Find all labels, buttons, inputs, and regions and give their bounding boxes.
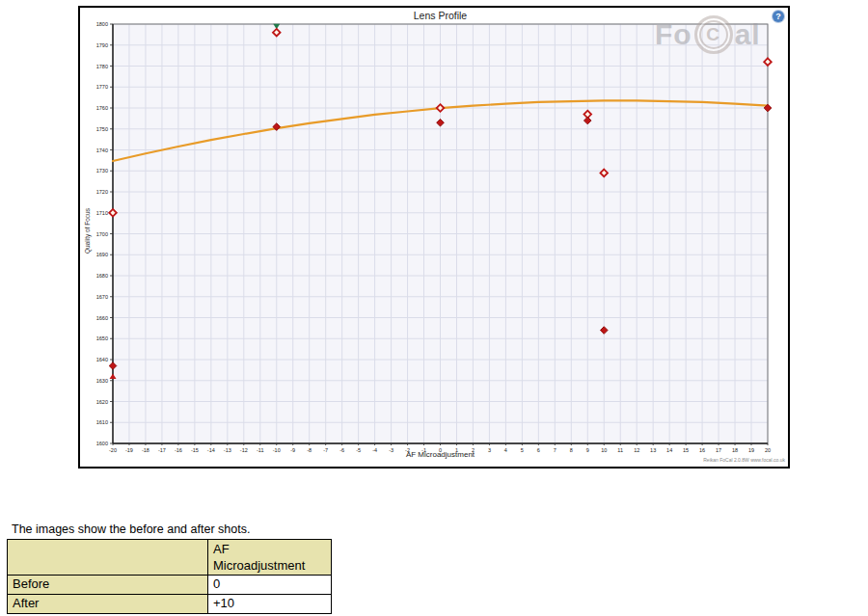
svg-text:1800: 1800 (96, 21, 108, 27)
svg-text:1730: 1730 (96, 168, 108, 174)
svg-text:1700: 1700 (96, 231, 108, 237)
help-icon[interactable]: ? (773, 11, 784, 22)
page: -20-19-18-17-16-15-14-13-12-11-10-9-8-7-… (0, 0, 868, 616)
svg-text:1660: 1660 (96, 315, 108, 321)
svg-text:1650: 1650 (96, 335, 108, 341)
svg-text:1710: 1710 (96, 210, 108, 216)
before-label-cell: Before (8, 576, 208, 595)
svg-text:1690: 1690 (96, 252, 108, 257)
x-axis-label: AF Microadjustment (113, 450, 768, 459)
after-label-cell: After (8, 595, 208, 614)
svg-text:1600: 1600 (96, 441, 108, 446)
caption-text: The images show the before and after sho… (12, 522, 332, 536)
help-glyph: ? (775, 12, 781, 21)
lens-profile-plot: -20-19-18-17-16-15-14-13-12-11-10-9-8-7-… (80, 8, 788, 467)
svg-text:1630: 1630 (96, 378, 108, 384)
svg-text:1670: 1670 (96, 294, 108, 300)
svg-text:1790: 1790 (96, 42, 108, 48)
svg-text:1610: 1610 (96, 419, 108, 425)
after-value-cell: +10 (208, 595, 332, 614)
table-row-after: After +10 (8, 595, 332, 614)
bottom-section: The images show the before and after sho… (0, 522, 332, 614)
focal-chart-window: -20-19-18-17-16-15-14-13-12-11-10-9-8-7-… (78, 6, 790, 469)
svg-text:1780: 1780 (96, 64, 108, 69)
before-after-table: AF Microadjustment Before 0 After +10 (7, 539, 332, 614)
header-empty-cell (8, 540, 208, 576)
svg-text:1680: 1680 (96, 273, 108, 279)
svg-text:1740: 1740 (96, 147, 108, 153)
table-row-before: Before 0 (8, 576, 332, 595)
svg-text:1620: 1620 (96, 399, 108, 405)
svg-text:1640: 1640 (96, 357, 108, 362)
table-header-row: AF Microadjustment (8, 540, 332, 576)
svg-text:1760: 1760 (96, 105, 108, 111)
header-af-microadjustment-cell: AF Microadjustment (208, 540, 332, 576)
chart-title: Lens Profile (113, 10, 768, 21)
svg-text:1720: 1720 (96, 189, 108, 195)
y-axis-label: Quality of Focus (84, 188, 91, 275)
svg-text:1770: 1770 (96, 84, 108, 90)
svg-text:1750: 1750 (96, 126, 108, 132)
footer-credit: Reikan FoCal 2.0.8W www.focal.co.uk (703, 457, 785, 463)
before-value-cell: 0 (208, 576, 332, 595)
